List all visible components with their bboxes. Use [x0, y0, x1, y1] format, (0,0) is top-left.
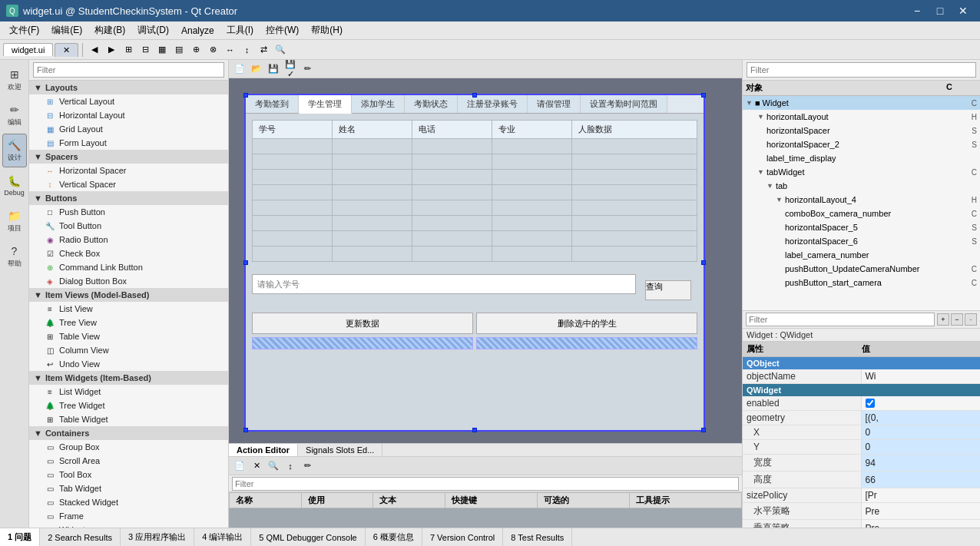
item-horizontal-layout[interactable]: ⊟ Horizontal Layout: [29, 108, 228, 122]
obj-row-combobox[interactable]: comboBox_camera_number C: [743, 207, 980, 220]
handle-tl[interactable]: [243, 93, 248, 98]
item-table-widget[interactable]: ⊞ Table Widget: [29, 412, 228, 426]
maximize-button[interactable]: □: [929, 2, 951, 20]
fw-tab-register[interactable]: 注册登录账号: [458, 95, 528, 113]
bottom-tab-test-results[interactable]: 8 Test Results: [503, 528, 572, 546]
item-dialog-button-box[interactable]: ◈ Dialog Button Box: [29, 274, 228, 288]
handle-tm[interactable]: [472, 93, 477, 98]
prop-row-enabled[interactable]: enabled: [743, 396, 980, 411]
menu-tools[interactable]: 工具(I): [220, 22, 260, 38]
prop-row-sizepolicy[interactable]: sizePolicy [Pr: [743, 488, 980, 503]
obj-row-label-time[interactable]: label_time_display: [743, 151, 980, 165]
item-column-view[interactable]: ◫ Column View: [29, 343, 228, 357]
prop-row-y[interactable]: Y 0: [743, 440, 980, 455]
menu-controls[interactable]: 控件(W): [260, 22, 305, 38]
table-row[interactable]: [253, 154, 697, 170]
search-btn[interactable]: 查询: [645, 280, 691, 300]
item-radio-button[interactable]: ◉ Radio Button: [29, 233, 228, 247]
minimize-button[interactable]: −: [906, 2, 928, 20]
design-save-all-btn[interactable]: 💾✓: [283, 61, 298, 77]
prop-row-objectname[interactable]: objectName Wi: [743, 369, 980, 384]
item-group-box[interactable]: ▭ Group Box: [29, 440, 228, 454]
mode-design[interactable]: 🔨 设计: [2, 134, 27, 167]
bottom-tab-issues[interactable]: 1 问题: [0, 528, 40, 546]
tab-expand-icon[interactable]: ▼: [766, 182, 773, 190]
prop-row-geometry[interactable]: geometry [(0,: [743, 411, 980, 425]
table-row[interactable]: [253, 170, 697, 185]
action-filter-input[interactable]: [232, 477, 739, 491]
prop-filter-btn-plus[interactable]: +: [937, 313, 949, 326]
toolbar-btn-9[interactable]: ↔: [222, 42, 237, 58]
toolbar-btn-5[interactable]: ▦: [154, 42, 170, 58]
prop-row-height[interactable]: 高度 66: [743, 472, 980, 488]
obj-row-tabwidget[interactable]: ▼ tabWidget C: [743, 165, 980, 179]
fw-tab-students[interactable]: 学生管理: [299, 95, 352, 114]
item-tool-button[interactable]: 🔧 Tool Button: [29, 219, 228, 233]
toolbar-btn-3[interactable]: ⊞: [121, 42, 136, 58]
search-student-input[interactable]: [252, 274, 636, 294]
obj-row-widget[interactable]: ▼ ■ Widget C: [743, 96, 980, 110]
toolbar-btn-4[interactable]: ⊟: [137, 42, 153, 58]
prop-row-width[interactable]: 宽度 94: [743, 455, 980, 472]
item-tree-widget[interactable]: 🌲 Tree Widget: [29, 399, 228, 412]
widget-filter-input[interactable]: [33, 62, 224, 78]
prop-filter-btn-dot[interactable]: ·: [965, 313, 977, 326]
bottom-tab-app-output[interactable]: 3 应用程序输出: [121, 528, 194, 546]
widget-expand-icon[interactable]: ▼: [746, 99, 753, 107]
design-save-btn[interactable]: 💾: [266, 61, 281, 77]
handle-mr[interactable]: [701, 260, 706, 265]
menu-edit[interactable]: 编辑(E): [45, 22, 88, 38]
handle-br[interactable]: [701, 428, 706, 432]
item-list-view[interactable]: ≡ List View: [29, 302, 228, 316]
menu-build[interactable]: 构建(B): [88, 22, 131, 38]
ae-edit-btn[interactable]: ✏: [300, 458, 315, 474]
obj-row-hspacer5[interactable]: horizontalSpacer_5 S: [743, 220, 980, 234]
fw-tab-attendance[interactable]: 考勤签到: [246, 95, 299, 113]
obj-row-hlayout4[interactable]: ▼ horizontalLayout_4 H: [743, 193, 980, 207]
obj-row-hspacer6[interactable]: horizontalSpacer_6 S: [743, 234, 980, 248]
obj-row-pushbtn-start[interactable]: pushButton_start_camera C: [743, 276, 980, 290]
menu-file[interactable]: 文件(F): [3, 22, 45, 38]
hlayout4-expand-icon[interactable]: ▼: [776, 196, 783, 204]
item-tab-widget[interactable]: ▭ Tab Widget: [29, 481, 228, 495]
design-open-btn[interactable]: 📂: [249, 61, 264, 77]
ae-preview-btn[interactable]: 🔍: [266, 458, 281, 474]
hlayout-expand-icon[interactable]: ▼: [757, 113, 764, 121]
item-stacked-widget[interactable]: ▭ Stacked Widget: [29, 495, 228, 509]
item-grid-layout[interactable]: ▦ Grid Layout: [29, 122, 228, 136]
table-row[interactable]: [253, 216, 697, 231]
toolbar-btn-1[interactable]: ◀: [87, 42, 102, 58]
menu-debug[interactable]: 调试(D): [131, 22, 175, 38]
menu-analyze[interactable]: Analyze: [175, 24, 220, 38]
table-row[interactable]: [253, 185, 697, 200]
mode-edit[interactable]: ✏ 编辑: [2, 98, 27, 132]
menu-help[interactable]: 帮助(H): [305, 22, 349, 38]
ae-delete-btn[interactable]: ✕: [249, 458, 264, 474]
fw-tab-add-student[interactable]: 添加学生: [352, 95, 405, 113]
obj-row-tab[interactable]: ▼ tab: [743, 179, 980, 193]
table-row[interactable]: [253, 247, 697, 262]
obj-row-hspacer1[interactable]: horizontalSpacer S: [743, 124, 980, 137]
mode-projects[interactable]: 📁 项目: [2, 204, 27, 238]
handle-ml[interactable]: [243, 260, 248, 265]
bottom-tab-qml-debugger[interactable]: 5 QML Debugger Console: [251, 528, 365, 546]
item-horizontal-spacer[interactable]: ↔ Horizontal Spacer: [29, 164, 228, 177]
item-vertical-spacer[interactable]: ↕ Vertical Spacer: [29, 177, 228, 191]
bottom-tab-general-info[interactable]: 6 概要信息: [366, 528, 422, 546]
toolbar-btn-8[interactable]: ⊗: [205, 42, 220, 58]
table-row[interactable]: [253, 231, 697, 247]
ae-move-btn[interactable]: ↕: [283, 458, 298, 474]
toolbar-btn-7[interactable]: ⊕: [188, 42, 204, 58]
item-tree-view[interactable]: 🌲 Tree View: [29, 316, 228, 329]
item-vertical-layout[interactable]: ⊞ Vertical Layout: [29, 94, 228, 108]
category-spacers[interactable]: ▼ Spacers: [29, 150, 228, 164]
mode-help[interactable]: ? 帮助: [2, 240, 27, 273]
item-check-box[interactable]: ☑ Check Box: [29, 247, 228, 260]
prop-row-hpolicy[interactable]: 水平策略 Pre: [743, 503, 980, 520]
ae-new-btn[interactable]: 📄: [232, 458, 247, 474]
toolbar-btn-10[interactable]: ↕: [239, 42, 254, 58]
item-undo-view[interactable]: ↩ Undo View: [29, 357, 228, 371]
design-pencil-btn[interactable]: ✏: [300, 61, 315, 77]
ae-tab-action-editor[interactable]: Action Editor: [229, 444, 298, 456]
prop-check-enabled[interactable]: [866, 399, 875, 408]
